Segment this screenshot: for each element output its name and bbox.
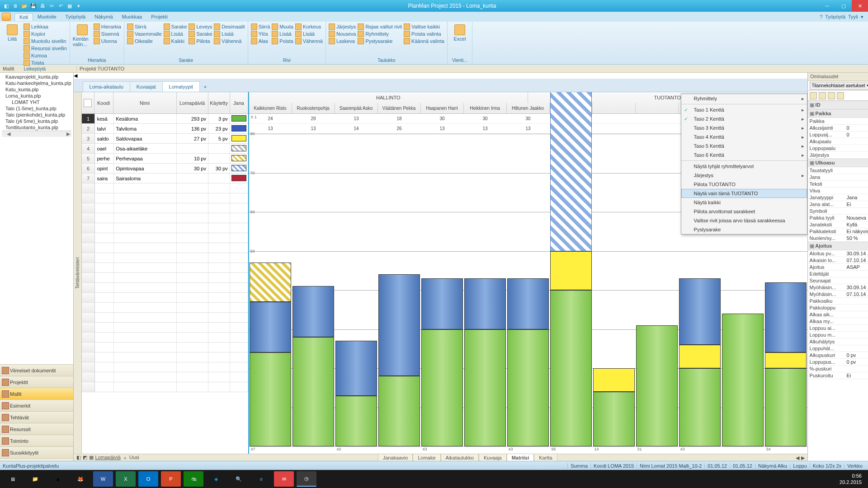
prop-row[interactable]: Edeltäjät (808, 271, 868, 277)
prop-row[interactable]: Alkaa my... (808, 318, 868, 325)
table-row[interactable] (82, 193, 248, 203)
dropbox-icon[interactable]: ◈ (206, 471, 226, 487)
prop-row[interactable]: Loppupaalu (808, 145, 868, 152)
add-tab-button[interactable]: + (199, 82, 211, 92)
ribbon-kumoa[interactable]: Kumoa (24, 52, 67, 59)
ribbon-ulonna[interactable]: Ulonna (94, 38, 121, 44)
properties-selector[interactable]: Tilannekohtaiset asetukset (808, 81, 868, 91)
table-row[interactable]: 6opintOpintovapaa30 pv30 pv (82, 164, 248, 174)
ribbon-desimaalit[interactable]: Desimaalit (214, 23, 245, 30)
prop-row[interactable]: Taustatyyli (808, 167, 868, 174)
tree-item[interactable]: Talo (yli 5me)_kunta.plp (2, 118, 71, 124)
table-row[interactable] (82, 372, 248, 382)
prop-tool-icon[interactable] (828, 92, 835, 99)
ribbon-siirrä[interactable]: Siirrä (127, 23, 162, 30)
prop-row[interactable]: Aikaisin lo...07.10.14 ... (808, 257, 868, 264)
menu-tab-koti[interactable]: Koti (14, 13, 33, 21)
ribbon-hierarkia[interactable]: Hierarkia (94, 23, 121, 30)
prop-row[interactable]: Loppuhäl... (808, 345, 868, 352)
menu-right-2[interactable]: Tyyli (848, 14, 858, 19)
nav-mallit[interactable]: Mallit (0, 388, 73, 399)
qat-save-icon[interactable]: 💾 (30, 2, 37, 9)
table-row[interactable] (82, 333, 248, 343)
menu-right-1[interactable]: Työpöytä (825, 14, 845, 19)
foot-icon[interactable]: ◩ (83, 455, 87, 461)
prop-category[interactable]: Ulkoasu (808, 159, 868, 167)
ribbon-sarake[interactable]: Sarake (164, 23, 187, 30)
prop-row[interactable]: Pakkoalku (808, 298, 868, 305)
chart-category[interactable] (636, 103, 679, 114)
chart-category[interactable]: Haapanen Harri (421, 103, 464, 114)
chevron-down-icon[interactable]: ▾ (861, 14, 863, 20)
ribbon-nouseva[interactable]: Nouseva (329, 31, 356, 37)
context-menu-item[interactable]: Järjestys (681, 171, 807, 180)
prop-row[interactable]: Viiva (808, 188, 868, 194)
context-menu-item[interactable]: Taso 4 Kenttä (681, 132, 807, 141)
ribbon-pystysarake[interactable]: Pystysarake (358, 38, 402, 44)
context-menu-item[interactable]: Ryhmittely (681, 94, 807, 103)
menu-tab-muokkaa[interactable]: Muokkaa (118, 13, 147, 21)
table-row[interactable] (82, 203, 248, 213)
prop-row[interactable]: Seuraajat (808, 277, 868, 284)
prop-row[interactable]: Paikka (808, 118, 868, 125)
prop-row[interactable]: Alkupuskuri0 pv (808, 352, 868, 359)
prop-row[interactable]: Symboli (808, 208, 868, 215)
context-menu-item[interactable]: Piilota arvottomat sarakkeet (681, 207, 807, 216)
context-menu-item[interactable]: Näytä kaikki (681, 198, 807, 207)
ribbon-excel[interactable]: Excel (450, 23, 469, 42)
prop-tool-icon[interactable] (810, 92, 817, 99)
prop-row[interactable]: Teksti (808, 181, 868, 188)
close-button[interactable]: ✕ (852, 0, 868, 12)
qat-icon[interactable]: ◧ (3, 2, 10, 9)
tree-item[interactable]: Loma_kunta.plp (2, 93, 71, 99)
table-row[interactable] (82, 183, 248, 193)
ribbon-alas[interactable]: Alas (251, 38, 270, 44)
ribbon-sisennä[interactable]: Sisennä (94, 31, 121, 37)
context-menu-item[interactable]: Taso 1 Kenttä (681, 105, 807, 114)
prop-row[interactable]: Nuolen/sy...50 % (808, 235, 868, 242)
table-row[interactable] (82, 253, 248, 263)
ribbon-lisää[interactable]: Lisää (214, 31, 245, 37)
prop-category[interactable]: ID (808, 101, 868, 109)
ribbon-muuta[interactable]: Muuta (272, 23, 293, 30)
tree-item[interactable]: Tonttituotanto_kunta.plp (2, 124, 71, 131)
nav-tehtävät[interactable]: Tehtävät (0, 411, 73, 423)
qat-open-icon[interactable]: 📂 (21, 2, 28, 9)
ribbon-toista[interactable]: Toista (24, 60, 67, 66)
foot-add-icon[interactable]: ＋ (123, 455, 127, 461)
ribbon-järjestys[interactable]: Järjestys (329, 23, 356, 30)
ie-icon[interactable]: e (251, 471, 271, 487)
qat-cut-icon[interactable]: ✂ (48, 2, 55, 9)
powerpoint-icon[interactable]: P (161, 471, 181, 487)
chart-area[interactable]: HALLINTOTUOTANTO Kaikkonen RistoRuokoste… (249, 92, 807, 454)
start-button[interactable]: ⊞ (3, 471, 23, 487)
ribbon-korkeus[interactable]: Korkeus (295, 23, 323, 30)
context-menu-item[interactable]: Näytä tyhjät ryhmittelyarvot (681, 162, 807, 171)
grid-col-header[interactable]: Koodi (94, 92, 113, 113)
table-row[interactable] (82, 283, 248, 293)
foot-icon[interactable]: ▦ (89, 455, 94, 461)
tree-item[interactable]: Katu-hankeohjelma_kunta.plp (2, 80, 71, 86)
grid-col-header[interactable]: Käytetty (208, 92, 230, 113)
tab-nav-prev-icon[interactable]: ◀ (74, 73, 807, 79)
qat-grid-icon[interactable]: ▦ (66, 2, 73, 9)
menu-tab-työpöytä[interactable]: Työpöytä (61, 13, 90, 21)
menu-tab-muotoile[interactable]: Muotoile (33, 13, 61, 21)
firefox-icon[interactable]: 🦊 (71, 471, 90, 487)
ribbon-valitse-kaikki[interactable]: Valitse kaikki (404, 23, 444, 30)
maximize-button[interactable]: ▢ (835, 0, 852, 12)
nav-toiminto[interactable]: Toiminto (0, 435, 73, 446)
ribbon-muotoilu-sivellin[interactable]: Muotoilu sivellin (24, 38, 67, 44)
prop-row[interactable]: Myöhäisin...07.10.14 ... (808, 291, 868, 298)
table-row[interactable] (82, 313, 248, 323)
table-row[interactable] (82, 352, 248, 362)
table-row[interactable]: 7sairaSairasloma (82, 174, 248, 183)
prop-row[interactable]: Alkuhälytys (808, 338, 868, 345)
chart-category[interactable] (593, 103, 636, 114)
doc-tab[interactable]: Kuvaajat (130, 81, 163, 92)
prop-row[interactable]: Alkupaalu (808, 138, 868, 145)
prop-row[interactable]: Jana alat...Ei (808, 201, 868, 208)
excel-icon[interactable]: X (116, 471, 136, 487)
chart-category[interactable]: Ruokostenpohja Eero (292, 103, 335, 114)
planman-icon[interactable]: ◷ (297, 471, 316, 487)
